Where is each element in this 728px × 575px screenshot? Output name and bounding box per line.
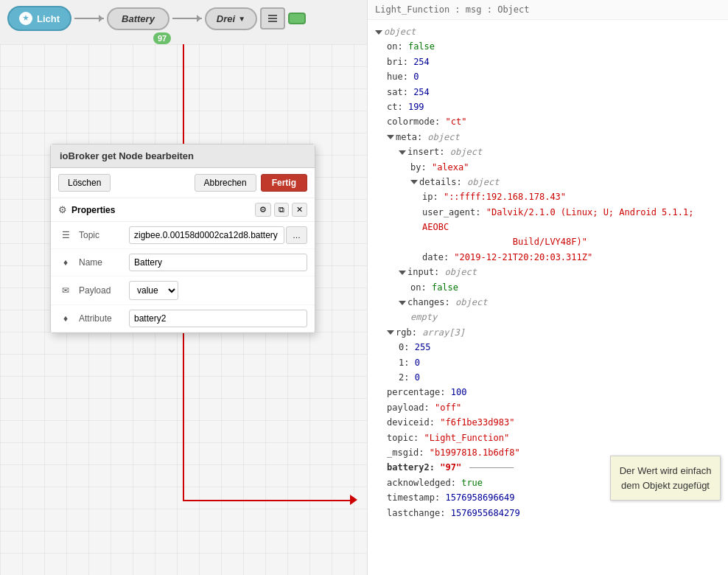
json-line-insert: insert: object <box>375 144 721 159</box>
topic-icon: ☰ <box>58 230 73 240</box>
fertig-button[interactable]: Fertig <box>261 174 307 192</box>
json-line-on: on: false <box>375 39 721 54</box>
properties-label: Properties <box>71 205 115 215</box>
dialog-title: ioBroker get Node bearbeiten <box>51 144 315 168</box>
payload-icon: ✉ <box>58 285 73 296</box>
connector-1 <box>74 18 104 19</box>
json-line-colormode: colormode: "ct" <box>375 114 721 129</box>
name-label: Name <box>79 257 123 268</box>
json-line-useragent: user_agent: "Dalvik/2.1.0 (Linux; U; And… <box>375 205 721 250</box>
node-battery[interactable]: Battery <box>107 7 169 30</box>
json-line-payload: payload: "off" <box>375 400 721 415</box>
json-line-percentage: percentage: 100 <box>375 385 721 400</box>
json-line-sat: sat: 254 <box>375 85 721 100</box>
node-drei-label: Drei <box>217 13 235 24</box>
json-line-empty: empty <box>375 310 721 324</box>
name-icon: ♦ <box>58 257 73 268</box>
json-line-ip: ip: "::ffff:192.168.178.43" <box>375 189 721 204</box>
json-line-date: date: "2019-12-21T20:20:03.311Z" <box>375 250 721 265</box>
json-line-changes: changes: object <box>375 295 721 310</box>
section-settings-icon[interactable]: ⚙ <box>255 203 271 217</box>
section-icon-group: ⚙ ⧉ ✕ <box>255 203 307 217</box>
json-line-by: by: "alexa" <box>375 160 721 175</box>
json-line-lastchange: lastchange: 1576955684279 <box>375 506 721 520</box>
section-delete-icon[interactable]: ✕ <box>292 203 307 217</box>
json-line-details: details: object <box>375 175 721 189</box>
svg-rect-0 <box>268 15 277 16</box>
svg-rect-2 <box>268 21 277 22</box>
dialog-buttons: Löschen Abbrechen Fertig <box>51 168 315 198</box>
json-line-ct: ct: 199 <box>375 100 721 114</box>
json-line-rgb: rgb: array[3] <box>375 325 721 340</box>
red-arrow <box>350 495 357 505</box>
abbrechen-button[interactable]: Abbrechen <box>195 174 256 192</box>
chevron-down-icon: ▼ <box>238 15 245 23</box>
json-line-rgb-0: 0: 255 <box>375 340 721 355</box>
json-line-meta: meta: object <box>375 130 721 144</box>
json-line-hue: hue: 0 <box>375 69 721 84</box>
json-line-input-on: on: false <box>375 280 721 295</box>
badge-count: 97 <box>153 32 171 44</box>
payload-label: Payload <box>79 285 123 296</box>
topic-label: Topic <box>79 230 123 240</box>
node-green[interactable] <box>288 13 306 24</box>
licht-icon <box>19 12 32 25</box>
json-line-topic: topic: "Light_Function" <box>375 431 721 445</box>
menu-button[interactable] <box>260 7 285 29</box>
payload-select[interactable]: value object <box>129 281 178 300</box>
json-tree: object on: false bri: 254 hue: 0 sat: 25… <box>368 20 728 525</box>
right-panel-title: Light_Function : msg : Object <box>368 0 728 20</box>
json-line-input: input: object <box>375 265 721 279</box>
tooltip-box: Der Wert wird einfach dem Objekt zugefüg… <box>610 456 721 501</box>
json-line-bri: bri: 254 <box>375 55 721 69</box>
node-drei[interactable]: Drei ▼ <box>205 7 257 30</box>
attribute-label: Attribute <box>79 313 123 324</box>
attribute-row: ♦ Attribute <box>51 305 315 332</box>
attribute-input[interactable] <box>129 310 307 327</box>
topic-input-group: … <box>129 226 307 244</box>
svg-rect-1 <box>268 18 277 19</box>
node-licht-label: Licht <box>37 13 60 24</box>
node-licht[interactable]: Licht <box>7 6 71 31</box>
payload-row: ✉ Payload value object <box>51 276 315 305</box>
node-battery-label: Battery <box>122 13 155 24</box>
hamburger-icon <box>267 13 278 24</box>
red-line-horizontal <box>183 500 352 501</box>
connector-2 <box>172 18 202 19</box>
topic-row: ☰ Topic … <box>51 222 315 249</box>
gear-icon: ⚙ <box>58 204 67 215</box>
loschen-button[interactable]: Löschen <box>58 174 111 192</box>
section-copy-icon[interactable]: ⧉ <box>274 203 289 217</box>
attribute-icon: ♦ <box>58 313 73 324</box>
name-row: ♦ Name <box>51 249 315 276</box>
json-line-object: object <box>375 24 721 39</box>
properties-section: ⚙ Properties ⚙ ⧉ ✕ <box>51 198 315 222</box>
topic-dots-button[interactable]: … <box>286 226 307 244</box>
json-line-rgb-1: 1: 0 <box>375 355 721 370</box>
tooltip-text: Der Wert wird einfach dem Objekt zugefüg… <box>620 465 712 491</box>
topic-input[interactable] <box>129 226 284 244</box>
name-input[interactable] <box>129 254 307 271</box>
json-line-deviceid: deviceid: "f6f1be33d983" <box>375 415 721 430</box>
dialog: ioBroker get Node bearbeiten Löschen Abb… <box>50 144 315 333</box>
json-line-rgb-2: 2: 0 <box>375 370 721 385</box>
